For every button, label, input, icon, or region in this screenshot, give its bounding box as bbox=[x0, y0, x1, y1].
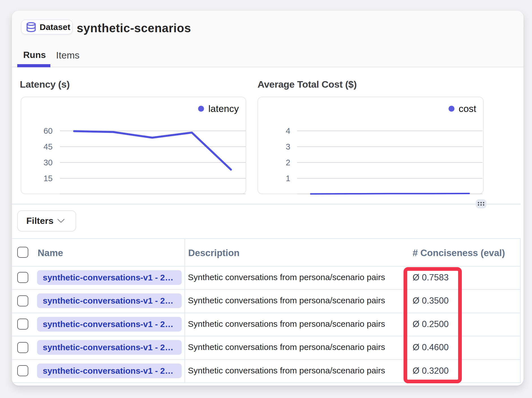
svg-text:4: 4 bbox=[286, 126, 290, 135]
svg-text:3: 3 bbox=[286, 142, 290, 151]
svg-text:1: 1 bbox=[286, 174, 290, 183]
svg-text:2: 2 bbox=[286, 158, 290, 167]
svg-text:60: 60 bbox=[44, 126, 53, 135]
svg-text:15: 15 bbox=[44, 174, 53, 183]
svg-text:45: 45 bbox=[44, 142, 53, 151]
svg-text:30: 30 bbox=[44, 158, 53, 167]
